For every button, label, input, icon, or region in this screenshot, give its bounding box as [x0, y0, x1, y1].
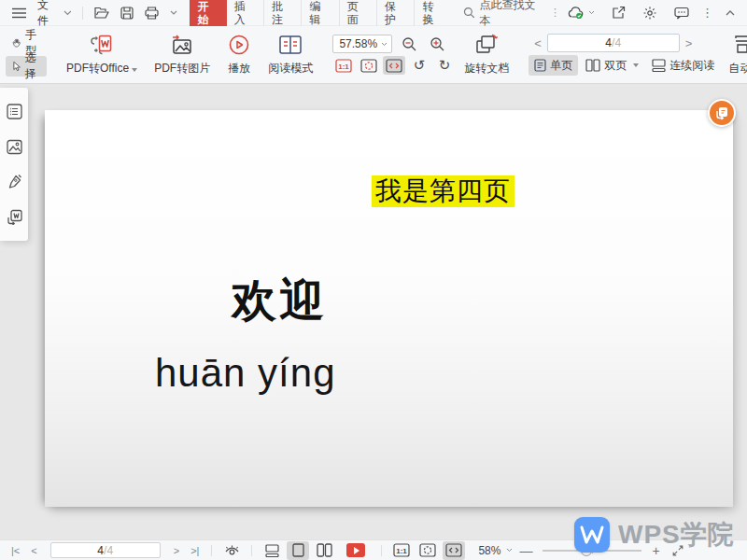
play-slideshow-button[interactable] — [346, 543, 365, 557]
sign-pen-icon[interactable] — [3, 171, 25, 193]
more-options-icon[interactable]: ⋮ — [701, 8, 713, 18]
status-bar: |< < 4/4 > >| 1:1 58% — + — [0, 539, 747, 560]
pdf-to-office-button[interactable]: PDF转Office — [58, 30, 146, 79]
rotate-document-icon — [473, 33, 500, 57]
continuous-layout-bottom-icon[interactable] — [261, 541, 283, 560]
search-more-icon[interactable]: ⋮ — [550, 7, 561, 19]
last-page-icon[interactable]: >| — [187, 545, 203, 556]
slider-thumb[interactable] — [581, 545, 592, 556]
image-panel-icon[interactable] — [3, 135, 25, 158]
pdf-to-image-label: PDF转图片 — [154, 61, 210, 77]
eye-protect-icon[interactable] — [220, 541, 243, 560]
quick-access-dropdown-icon[interactable] — [165, 3, 182, 23]
hamburger-menu-icon[interactable] — [7, 3, 31, 23]
fullscreen-icon[interactable] — [667, 541, 689, 560]
continuous-read-label: 连续阅读 — [669, 58, 714, 74]
read-mode-label: 阅读模式 — [268, 61, 313, 77]
zoom-out-icon[interactable] — [398, 35, 420, 53]
one-to-one-label: 1:1 — [338, 63, 349, 71]
tab-insert[interactable]: 插入 — [227, 0, 263, 30]
current-page: 4 — [605, 36, 612, 49]
next-page-icon[interactable]: > — [680, 36, 698, 50]
tab-home[interactable]: 开始 — [190, 0, 226, 30]
pointer-tools-group: 手型 选择 — [6, 30, 47, 79]
rotate-right-icon[interactable]: ↻ — [433, 56, 456, 75]
zoom-caret-icon[interactable] — [506, 548, 513, 553]
highlighted-text[interactable]: 我是第四页 — [372, 175, 514, 207]
double-page-bottom-icon[interactable] — [313, 541, 335, 560]
continuous-read-icon — [652, 59, 666, 72]
first-page-icon[interactable]: |< — [7, 545, 23, 556]
fit-page-button[interactable] — [358, 56, 380, 75]
page-navigation-group: < 4/4 > 单页 双页 连续阅读 — [529, 30, 720, 79]
collapse-ribbon-icon[interactable] — [721, 3, 740, 23]
search-box[interactable]: 点此查找文本 ⋮ — [463, 0, 561, 29]
share-icon[interactable] — [607, 3, 630, 23]
play-triangle-icon — [354, 547, 359, 554]
floating-export-button[interactable] — [708, 99, 736, 127]
auto-scroll-icon — [731, 33, 747, 57]
floating-pages-icon — [714, 105, 729, 120]
tab-edit[interactable]: 编辑 — [301, 0, 338, 30]
zoom-plus-button[interactable]: + — [649, 543, 662, 558]
single-page-bottom-icon[interactable] — [287, 541, 309, 560]
print-icon[interactable] — [140, 3, 163, 23]
single-page-mode-button[interactable]: 单页 — [529, 55, 578, 76]
auto-scroll-button[interactable]: 自动滚 — [720, 30, 747, 79]
fit-width-bottom-button[interactable] — [443, 541, 465, 560]
rotate-left-icon[interactable]: ↺ — [408, 56, 430, 75]
pdf-page[interactable]: 我是第四页 欢迎 huān yíng — [45, 110, 733, 507]
pdf-to-office-label: PDF转Office — [66, 61, 137, 77]
zoom-percent-bottom[interactable]: 58% — [478, 544, 500, 557]
save-icon[interactable] — [116, 3, 138, 23]
actual-size-button[interactable]: 1:1 — [332, 56, 355, 75]
zoom-level-value: 57.58% — [339, 37, 377, 50]
page-number-input-bottom[interactable]: 4/4 — [50, 542, 161, 558]
divider — [82, 7, 83, 20]
cursor-icon — [11, 59, 21, 74]
zoom-slider[interactable] — [543, 544, 641, 557]
pdf-to-image-button[interactable]: PDF转图片 — [146, 30, 218, 79]
current-page-bottom: 4 — [97, 544, 104, 557]
svg-text:1:1: 1:1 — [397, 547, 408, 555]
page-number-input[interactable]: 4/4 — [547, 34, 680, 52]
rotate-document-label: 旋转文档 — [464, 61, 509, 77]
feedback-comment-icon[interactable] — [669, 3, 694, 23]
tab-page[interactable]: 页面 — [339, 0, 376, 30]
export-to-word-icon[interactable] — [3, 205, 25, 228]
tab-convert[interactable]: 转换 — [414, 0, 451, 30]
zoom-in-icon[interactable] — [426, 35, 448, 53]
tab-comment[interactable]: 批注 — [263, 0, 301, 30]
pdf-to-office-icon — [90, 33, 114, 57]
actual-size-bottom-button[interactable]: 1:1 — [390, 541, 413, 560]
zoom-level-input[interactable]: 57.58% — [332, 35, 392, 53]
fit-page-bottom-button[interactable] — [416, 541, 439, 560]
double-page-mode-button[interactable]: 双页 — [580, 55, 644, 76]
single-page-icon — [534, 59, 546, 72]
zoom-tools-group: 57.58% 1:1 ↺ ↻ — [332, 30, 456, 79]
divider — [381, 545, 382, 556]
continuous-read-button[interactable]: 连续阅读 — [646, 55, 720, 76]
slider-tick — [592, 548, 593, 553]
file-menu[interactable]: 文件 — [33, 3, 76, 23]
play-button[interactable]: 播放 — [218, 30, 260, 79]
divider — [211, 545, 212, 556]
tab-protect[interactable]: 保护 — [376, 0, 414, 30]
select-tool-button[interactable]: 选择 — [6, 56, 47, 77]
side-panel — [0, 88, 28, 241]
menubar-right-icons: ⋮ — [563, 3, 740, 23]
slide-title: 欢迎 — [232, 271, 327, 330]
divider — [251, 545, 252, 556]
fit-width-button[interactable] — [383, 56, 405, 75]
read-mode-button[interactable]: 阅读模式 — [260, 30, 321, 79]
pdf-to-image-icon — [170, 33, 194, 57]
rotate-document-button[interactable]: 旋转文档 — [456, 30, 517, 79]
zoom-minus-button[interactable]: — — [516, 543, 535, 558]
prev-page-bottom-icon[interactable]: < — [27, 545, 40, 556]
prev-page-icon[interactable]: < — [529, 36, 547, 50]
cloud-sync-icon[interactable] — [563, 3, 599, 23]
outline-panel-icon[interactable] — [3, 101, 25, 123]
open-file-icon[interactable] — [90, 3, 114, 23]
settings-gear-icon[interactable] — [638, 3, 662, 23]
next-page-bottom-icon[interactable]: > — [170, 545, 183, 556]
